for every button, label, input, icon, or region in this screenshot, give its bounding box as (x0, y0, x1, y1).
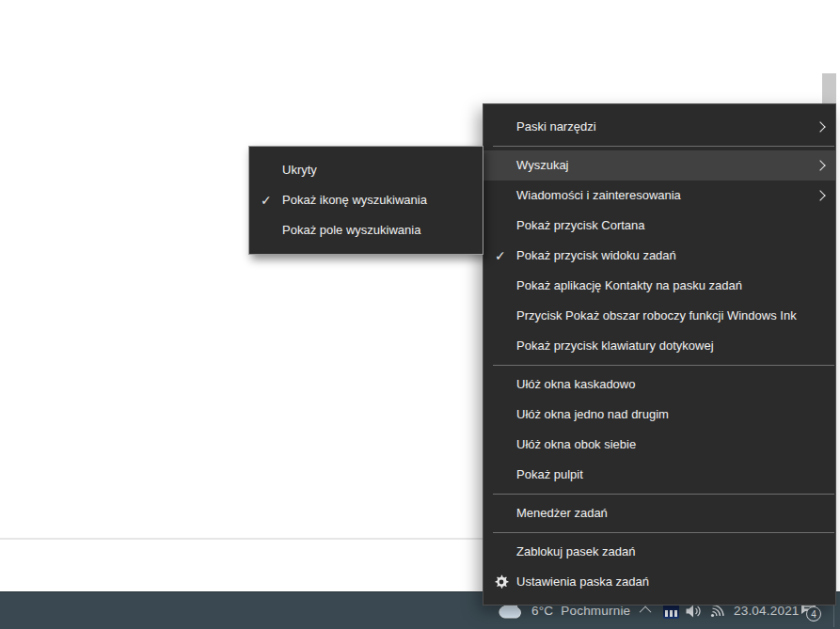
taskbar-context-menu: Paski narzędzi Wyszukaj Wiadomości i zai… (483, 103, 836, 605)
menu-item-label: Pokaż aplikację Kontakty na pasku zadań (516, 278, 742, 292)
menu-item-label: Wyszukaj (516, 158, 569, 172)
menu-item-taskbar-settings[interactable]: Ustawienia paska zadań (483, 567, 835, 597)
menu-item-label: Ułóż okna obok siebie (516, 437, 636, 451)
menu-separator (493, 494, 834, 495)
menu-item-side-by-side-windows[interactable]: Ułóż okna obok siebie (483, 430, 835, 460)
menu-item-touch-keyboard[interactable]: Pokaż przycisk klawiatury dotykowej (483, 331, 835, 361)
menu-item-label: Zablokuj pasek zadań (516, 544, 635, 558)
menu-item-toolbars[interactable]: Paski narzędzi (483, 112, 835, 142)
menu-separator (493, 532, 834, 533)
menu-item-label: Ułóż okna kaskadowo (516, 377, 635, 391)
menu-item-label: Pokaż przycisk widoku zadań (516, 248, 676, 262)
chevron-up-icon (639, 606, 651, 619)
menu-item-label: Pokaż przycisk Cortana (516, 218, 645, 232)
menu-item-task-manager[interactable]: Menedżer zadań (483, 498, 835, 528)
menu-item-label: Pokaż ikonę wyszukiwania (282, 193, 427, 207)
menu-item-windows-ink[interactable]: Przycisk Pokaż obszar roboczy funkcji Wi… (483, 301, 835, 331)
menu-item-label: Pokaż przycisk klawiatury dotykowej (516, 338, 714, 353)
menu-item-people-app[interactable]: Pokaż aplikację Kontakty na pasku zadań (483, 271, 835, 301)
search-submenu: Ukryty ✓ Pokaż ikonę wyszukiwania Pokaż … (248, 146, 483, 255)
menu-item-label: Ukryty (282, 163, 317, 177)
wifi-icon (708, 604, 727, 618)
menu-item-label: Paski narzędzi (516, 119, 596, 134)
menu-item-label: Ustawienia paska zadań (516, 574, 649, 589)
chevron-right-icon (815, 190, 825, 200)
menu-item-cortana-button[interactable]: Pokaż przycisk Cortana (483, 211, 835, 241)
checkmark-icon: ✓ (495, 241, 512, 271)
menu-item-news-and-interests[interactable]: Wiadomości i zainteresowania (483, 181, 835, 211)
menu-item-label: Wiadomości i zainteresowania (516, 188, 681, 202)
menu-item-stack-windows[interactable]: Ułóż okna jedno nad drugim (483, 400, 835, 430)
menu-separator (493, 365, 834, 366)
submenu-item-show-search-box[interactable]: Pokaż pole wyszukiwania (249, 215, 483, 245)
menu-item-search[interactable]: Wyszukaj (483, 150, 835, 181)
date-label: 23.04.2021 (734, 604, 800, 618)
menu-item-show-desktop[interactable]: Pokaż pulpit (483, 460, 835, 490)
submenu-item-hidden[interactable]: Ukryty (249, 155, 483, 185)
weather-temp: 6°C (531, 604, 553, 618)
menu-item-cascade-windows[interactable]: Ułóż okna kaskadowo (483, 370, 835, 400)
menu-item-label: Przycisk Pokaż obszar roboczy funkcji Wi… (516, 308, 797, 322)
menu-item-label: Pokaż pulpit (516, 467, 583, 481)
checkmark-icon: ✓ (261, 185, 277, 215)
chevron-right-icon (815, 160, 825, 170)
chevron-right-icon (815, 121, 825, 132)
window-edge-line (0, 538, 483, 540)
gear-icon (494, 574, 509, 590)
weather-condition: Pochmurnie (561, 604, 630, 618)
submenu-item-show-search-icon[interactable]: ✓ Pokaż ikonę wyszukiwania (249, 185, 483, 215)
menu-item-lock-taskbar[interactable]: Zablokuj pasek zadań (483, 537, 835, 567)
menu-item-task-view-button[interactable]: ✓ Pokaż przycisk widoku zadań (483, 241, 835, 271)
scrollbar-thumb[interactable] (822, 73, 836, 103)
menu-separator (493, 146, 834, 147)
notification-badge: 4 (806, 606, 821, 621)
menu-item-label: Pokaż pole wyszukiwania (282, 223, 420, 237)
menu-item-label: Ułóż okna jedno nad drugim (516, 407, 669, 421)
menu-item-label: Menedżer zadań (516, 506, 608, 520)
